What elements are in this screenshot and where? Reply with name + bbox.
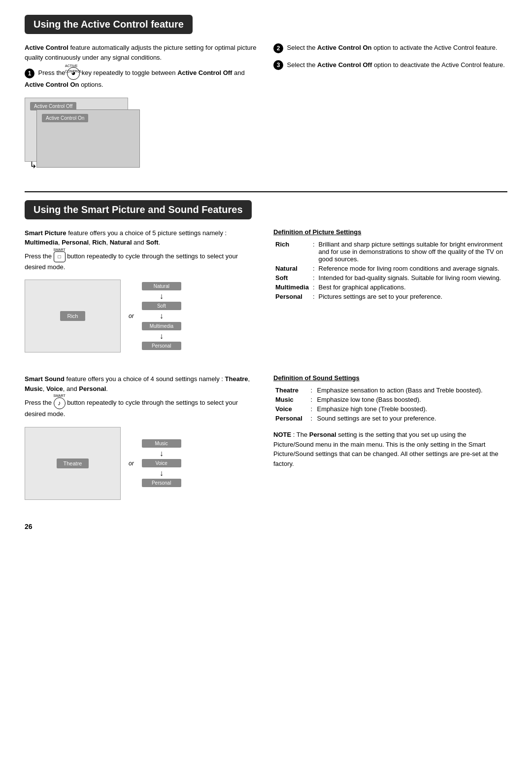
table-row: Voice : Emphasize high tone (Treble boos… <box>273 404 507 414</box>
smart-sound-row: Smart Sound feature offers you a choice … <box>25 374 507 508</box>
def-term-multimedia: Multimedia <box>273 282 311 292</box>
chain-personal-sound: Personal <box>142 479 181 487</box>
def-colon-voice: : <box>308 404 315 414</box>
smart-picture-diagram: Rich or Natural ↓ Soft ↓ Multimedia ↓ Pe… <box>25 280 259 353</box>
section1-header: Using the Active Control feature <box>25 15 193 34</box>
step3-para: 3 Select the Active Control Off option t… <box>273 60 507 71</box>
smart-sound-button-icon: SMART ♪ <box>54 397 66 409</box>
picture-def-table: Rich : Brilliant and sharp picture setti… <box>273 240 507 301</box>
smart-picture-right: Definition of Picture Settings Rich : Br… <box>273 228 507 361</box>
diagram-on-label-btn: Active Control On <box>37 110 139 125</box>
def-term-voice: Voice <box>273 404 308 414</box>
smart-button-para: Press the SMART □ button repeatedly to c… <box>25 251 259 272</box>
active-control-diagram: Active Control Off Active Control On ↳ <box>25 98 259 172</box>
sound-box-label: Theatre <box>57 459 89 468</box>
sound-def-table: Theatre : Emphasize sensation to action … <box>273 386 507 423</box>
def-desc-theatre: Emphasize sensation to action (Bass and … <box>315 386 507 395</box>
sound-outer-box: Theatre <box>25 427 121 500</box>
chain-arrow-sound-2: ↓ <box>160 468 164 478</box>
page-number: 26 <box>25 523 507 530</box>
def-term-theatre: Theatre <box>273 386 308 395</box>
diagram-inner-box: Active Control On <box>36 109 140 168</box>
def-colon-natural: : <box>311 264 317 273</box>
def-colon-rich: : <box>311 240 317 264</box>
active-control-key: ACTIVECONTROL ◕ <box>67 67 80 80</box>
chain-personal: Personal <box>142 342 181 350</box>
def-desc-rich: Brilliant and sharp picture settings sui… <box>317 240 507 264</box>
smart-sound-left: Smart Sound feature offers you a choice … <box>25 374 259 508</box>
chain-voice: Voice <box>142 459 181 467</box>
table-row: Soft : Intended for bad-quality signals.… <box>273 273 507 282</box>
chain-arrow-2: ↓ <box>160 311 164 320</box>
def-term-natural: Natural <box>273 264 311 273</box>
chain-arrow-sound-1: ↓ <box>160 449 164 458</box>
smart-picture-left: Smart Picture feature offers you a choic… <box>25 228 259 361</box>
def-desc-soft: Intended for bad-quality signals. Suitab… <box>317 273 507 282</box>
picture-box-label: Rich <box>60 311 85 321</box>
def-desc-natural: Reference mode for living room condition… <box>317 264 507 273</box>
def-term-music: Music <box>273 395 308 404</box>
def-term-personal-sound: Personal <box>273 414 308 423</box>
chain-music: Music <box>142 439 181 448</box>
picture-chain: Natural ↓ Soft ↓ Multimedia ↓ Personal <box>142 282 181 350</box>
def-desc-multimedia: Best for graphical applications. <box>317 282 507 292</box>
chain-arrow-1: ↓ <box>160 291 164 301</box>
chain-natural: Natural <box>142 282 181 290</box>
def-colon-personal-pic: : <box>311 292 317 301</box>
def-desc-personal-pic: Pictures settings are set to your prefer… <box>317 292 507 301</box>
section-divider <box>25 191 507 192</box>
smart-sound-right: Definition of Sound Settings Theatre : E… <box>273 374 507 508</box>
section1-right: 2 Select the Active Control On option to… <box>273 43 507 179</box>
def-colon-personal-sound: : <box>308 414 315 423</box>
smart-sound-diagram: Theatre or Music ↓ Voice ↓ Personal <box>25 427 259 500</box>
def-term-soft: Soft <box>273 273 311 282</box>
table-row: Music : Emphasize low tone (Bass boosted… <box>273 395 507 404</box>
smart-picture-row: Smart Picture feature offers you a choic… <box>25 228 507 361</box>
def-desc-music: Emphasize low tone (Bass boosted). <box>315 395 507 404</box>
section1-left: Active Control feature automatically adj… <box>25 43 259 179</box>
step2-para: 2 Select the Active Control On option to… <box>273 43 507 53</box>
smart-sound-label-top: SMART <box>53 393 65 399</box>
picture-outer-box: Rich <box>25 280 121 353</box>
picture-or-text: or <box>129 313 134 319</box>
def-colon-soft: : <box>311 273 317 282</box>
smart-features-section: Using the Smart Picture and Sound Featur… <box>25 200 507 508</box>
smart-sound-intro: Smart Sound feature offers you a choice … <box>25 374 259 393</box>
smart-button-icon: SMART □ <box>54 251 66 262</box>
active-control-section: Using the Active Control feature Active … <box>25 15 507 179</box>
table-row: Personal : Pictures settings are set to … <box>273 292 507 301</box>
def-colon-multimedia: : <box>311 282 317 292</box>
def-desc-personal-sound: Sound settings are set to your preferenc… <box>315 414 507 423</box>
def-term-rich: Rich <box>273 240 311 264</box>
table-row: Natural : Reference mode for living room… <box>273 264 507 273</box>
step1-para: 1 Press the ACTIVECONTROL ◕ key repeated… <box>25 67 259 90</box>
smart-picture-intro: Smart Picture feature offers you a choic… <box>25 228 259 247</box>
table-row: Rich : Brilliant and sharp picture setti… <box>273 240 507 264</box>
sound-chain: Music ↓ Voice ↓ Personal <box>142 439 181 487</box>
def-term-personal-pic: Personal <box>273 292 311 301</box>
def-colon-theatre: : <box>308 386 315 395</box>
corner-arrow-icon: ↳ <box>30 160 37 171</box>
sound-or-text: or <box>129 460 134 467</box>
def-colon-music: : <box>308 395 315 404</box>
key-top-label: ACTIVECONTROL <box>65 64 82 74</box>
active-control-desc: Active Control feature automatically adj… <box>25 43 259 62</box>
def-picture-title: Definition of Picture Settings <box>273 228 507 236</box>
step1-circle: 1 <box>25 69 34 78</box>
note-paragraph: NOTE : The Personal setting is the setti… <box>273 430 507 468</box>
smart-label-top: SMART <box>53 247 65 253</box>
table-row: Personal : Sound settings are set to you… <box>273 414 507 423</box>
step3-circle: 3 <box>273 60 283 70</box>
def-desc-voice: Emphasize high tone (Treble boosted). <box>315 404 507 414</box>
chain-arrow-3: ↓ <box>160 331 164 341</box>
smart-sound-button-para: Press the SMART ♪ button repeatedly to c… <box>25 397 259 419</box>
table-row: Theatre : Emphasize sensation to action … <box>273 386 507 395</box>
section2-header: Using the Smart Picture and Sound Featur… <box>25 200 252 219</box>
table-row: Multimedia : Best for graphical applicat… <box>273 282 507 292</box>
def-sound-title: Definition of Sound Settings <box>273 374 507 382</box>
chain-soft: Soft <box>142 302 181 310</box>
chain-multimedia: Multimedia <box>142 322 181 330</box>
step2-circle: 2 <box>273 43 283 53</box>
